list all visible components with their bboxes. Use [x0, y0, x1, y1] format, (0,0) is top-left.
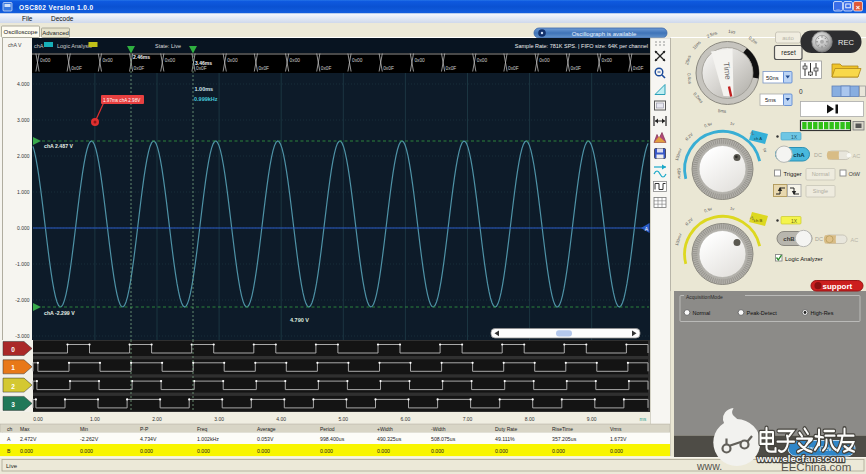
- svg-text:490.325us: 490.325us: [377, 436, 402, 442]
- svg-text:auto: auto: [782, 35, 794, 41]
- svg-text:0x00: 0x00: [539, 58, 550, 63]
- svg-text:0.000: 0.000: [140, 448, 153, 454]
- svg-text:+Width: +Width: [377, 426, 393, 432]
- svg-text:8.00: 8.00: [525, 416, 535, 422]
- svg-text:Vrms: Vrms: [610, 426, 622, 432]
- svg-text:Freq: Freq: [197, 426, 208, 432]
- svg-text:chA -2.299 V: chA -2.299 V: [44, 310, 75, 316]
- svg-text:Single: Single: [813, 188, 828, 194]
- svg-text:AC: AC: [853, 153, 861, 159]
- svg-text:Advanced: Advanced: [42, 30, 69, 36]
- svg-text:www.elecfans.com: www.elecfans.com: [756, 453, 845, 464]
- svg-text:0x0F: 0x0F: [383, 66, 394, 71]
- svg-text:chA: chA: [793, 152, 805, 158]
- svg-text:0.000: 0.000: [197, 448, 210, 454]
- svg-text:50ns: 50ns: [766, 75, 779, 81]
- svg-text:Normal: Normal: [693, 310, 711, 316]
- svg-text:0x00: 0x00: [414, 58, 425, 63]
- svg-text:Sample Rate: 781K SPS. | FIFO: Sample Rate: 781K SPS. | FIFO size: 64K …: [515, 43, 648, 49]
- svg-text:0.000: 0.000: [80, 448, 93, 454]
- svg-text:1.002kHz: 1.002kHz: [197, 436, 219, 442]
- svg-text:0x0F: 0x0F: [258, 66, 269, 71]
- svg-text:_: _: [835, 4, 840, 10]
- svg-text:0x00: 0x00: [102, 58, 113, 63]
- svg-text:Live: Live: [6, 463, 18, 469]
- svg-text:0x00: 0x00: [40, 58, 51, 63]
- svg-text:0x0F: 0x0F: [633, 66, 644, 71]
- svg-text:508.075us: 508.075us: [431, 436, 456, 442]
- svg-text:1.00ms: 1.00ms: [195, 86, 214, 92]
- svg-text:Min: Min: [80, 426, 88, 432]
- svg-text:×: ×: [856, 3, 861, 12]
- svg-text:0.000: 0.000: [257, 448, 270, 454]
- svg-text:0x0F: 0x0F: [196, 66, 207, 71]
- svg-text:49.111%: 49.111%: [495, 436, 515, 442]
- svg-text:Period: Period: [320, 426, 335, 432]
- svg-text:chA: chA: [34, 43, 44, 49]
- svg-text:2.000: 2.000: [17, 153, 30, 159]
- svg-text:File: File: [22, 15, 33, 22]
- svg-text:0x0F: 0x0F: [71, 66, 82, 71]
- svg-text:support: support: [823, 282, 853, 291]
- svg-text:0.00: 0.00: [33, 416, 43, 422]
- svg-text:0.000: 0.000: [17, 225, 30, 231]
- svg-text:4.00: 4.00: [276, 416, 286, 422]
- svg-text:P-P: P-P: [140, 426, 149, 432]
- svg-text:2: 2: [11, 383, 15, 390]
- svg-text:AcquisitionMode: AcquisitionMode: [686, 294, 723, 300]
- svg-text:0.000: 0.000: [20, 448, 33, 454]
- svg-text:reset: reset: [781, 49, 796, 56]
- svg-text:0.053V: 0.053V: [257, 436, 274, 442]
- svg-text:3.000: 3.000: [17, 117, 30, 123]
- svg-text:0x0F: 0x0F: [321, 66, 332, 71]
- svg-text:4.000: 4.000: [17, 81, 30, 87]
- svg-text:0x00: 0x00: [165, 58, 176, 63]
- svg-text:0x0F: 0x0F: [446, 66, 457, 71]
- svg-text:AC: AC: [851, 237, 859, 243]
- svg-text:High-Res: High-Res: [811, 310, 834, 316]
- svg-text:3: 3: [11, 401, 15, 408]
- svg-text:1.000: 1.000: [17, 189, 30, 195]
- svg-text:0x00: 0x00: [477, 58, 488, 63]
- svg-text:2.46ms: 2.46ms: [133, 54, 150, 60]
- svg-text:Duty Rate: Duty Rate: [495, 426, 517, 432]
- svg-text:1us: 1us: [728, 29, 736, 35]
- svg-text:OSC802 Version 1.0.0: OSC802 Version 1.0.0: [19, 4, 93, 11]
- svg-text:Trigger: Trigger: [784, 171, 802, 177]
- svg-text:1X: 1X: [791, 134, 798, 140]
- svg-text:0.000: 0.000: [431, 448, 444, 454]
- svg-text:Average: Average: [257, 426, 276, 432]
- svg-text:0: 0: [11, 346, 15, 353]
- svg-text:1: 1: [11, 364, 15, 371]
- svg-text:chA V: chA V: [8, 42, 22, 48]
- svg-text:chB: chB: [783, 236, 795, 242]
- svg-text:REC: REC: [838, 38, 854, 47]
- svg-text:3.00: 3.00: [214, 416, 224, 422]
- svg-text:0x0F: 0x0F: [508, 66, 519, 71]
- svg-text:Logic Analysis: Logic Analysis: [57, 43, 92, 49]
- svg-text:3.46ms: 3.46ms: [195, 60, 212, 66]
- svg-text:ch: ch: [7, 426, 13, 432]
- svg-text:9.00: 9.00: [587, 416, 597, 422]
- svg-text:0x00: 0x00: [352, 58, 363, 63]
- svg-text:A: A: [7, 436, 11, 442]
- svg-text:Oscilloscope: Oscilloscope: [3, 29, 38, 35]
- svg-text:DC: DC: [814, 152, 822, 158]
- svg-text:ms: ms: [640, 416, 647, 422]
- svg-text:2.00: 2.00: [152, 416, 162, 422]
- svg-text:998.400us: 998.400us: [320, 436, 345, 442]
- svg-text:Logic Analyzer: Logic Analyzer: [785, 256, 823, 262]
- svg-text:RiseTime: RiseTime: [552, 426, 573, 432]
- svg-text:Decode: Decode: [51, 15, 74, 22]
- svg-text:-3.000: -3.000: [15, 333, 29, 339]
- svg-text:-2.000: -2.000: [15, 297, 29, 303]
- svg-text:6.00: 6.00: [401, 416, 411, 422]
- svg-text:1.97ms chA 2.98V: 1.97ms chA 2.98V: [103, 98, 141, 103]
- svg-text:chA 2.487 V: chA 2.487 V: [44, 143, 73, 149]
- svg-text:0x00: 0x00: [227, 58, 238, 63]
- svg-text:5.00: 5.00: [338, 416, 348, 422]
- svg-text:Max: Max: [20, 426, 30, 432]
- svg-text:B: B: [7, 448, 11, 454]
- svg-text:DC: DC: [815, 236, 823, 242]
- svg-text:OtW: OtW: [849, 171, 861, 177]
